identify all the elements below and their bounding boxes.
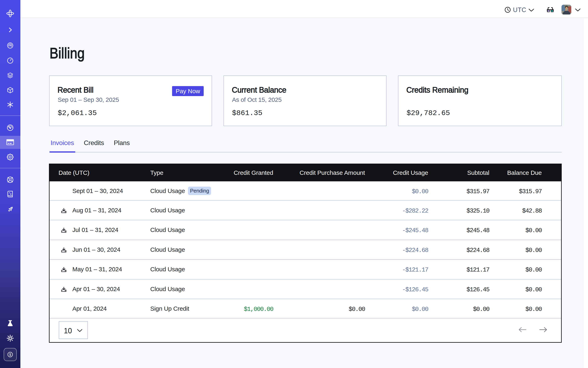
svg-text:$: $ [9, 353, 11, 357]
